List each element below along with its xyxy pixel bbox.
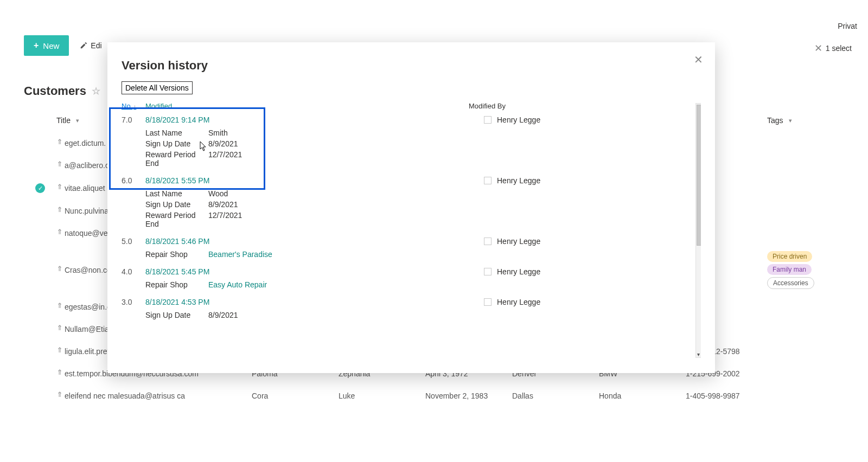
version-number: 6.0 <box>122 176 145 185</box>
version-field: Sign Up Date8/9/2021 <box>145 310 701 320</box>
version-field-value: 8/9/2021 <box>208 311 238 319</box>
version-entry: 3.08/18/2021 4:53 PMHenry LeggeSign Up D… <box>122 296 701 326</box>
delete-all-versions-button[interactable]: Delete All Versions <box>122 81 193 94</box>
row-number: 1-405-998-9987 <box>686 392 767 400</box>
link-icon: ⇗ <box>54 181 64 191</box>
new-button[interactable]: + New <box>24 35 69 56</box>
sort-desc-icon: ↓ <box>133 104 136 110</box>
favorite-star-icon[interactable]: ☆ <box>92 85 100 97</box>
plus-icon: + <box>34 41 39 50</box>
version-entry: 5.08/18/2021 5:46 PMHenry LeggeRepair Sh… <box>122 235 701 265</box>
version-field-value: Wood <box>208 189 228 198</box>
list-title: Customers ☆ <box>24 84 100 98</box>
version-date-link[interactable]: 8/18/2021 5:55 PM <box>145 176 209 185</box>
version-field-value[interactable]: Beamer's Paradise <box>208 250 272 259</box>
user-presence-icon <box>484 268 492 275</box>
user-presence-icon <box>484 238 492 245</box>
chevron-down-icon: ▾ <box>76 117 79 124</box>
link-icon: ⇗ <box>54 322 64 332</box>
version-history-dialog: Version history ✕ Delete All Versions No… <box>107 42 715 373</box>
col-header-modified-by[interactable]: Modified By <box>469 102 701 110</box>
scrollbar[interactable]: ▴ ▾ <box>695 103 701 358</box>
version-modified-by: Henry Legge <box>484 267 701 276</box>
user-presence-icon <box>484 298 492 306</box>
version-field: Repair ShopEasy Auto Repair <box>145 279 701 290</box>
selection-count: 1 select <box>826 44 852 53</box>
link-icon: ⇗ <box>54 226 64 236</box>
dialog-title: Version history <box>107 42 715 81</box>
row-title[interactable]: ⇗eleifend nec malesuada@atrisus ca <box>56 392 252 400</box>
version-date-link[interactable]: 8/18/2021 5:45 PM <box>145 267 209 276</box>
version-modified-by: Henry Legge <box>484 116 701 124</box>
chevron-down-icon: ▾ <box>789 117 792 124</box>
version-number: 3.0 <box>122 298 145 306</box>
version-modified-by: Henry Legge <box>484 176 701 185</box>
version-field-value: 8/9/2021 <box>208 139 238 148</box>
version-number: 4.0 <box>122 267 145 276</box>
version-field: Reward Period End12/7/2021 <box>145 210 701 229</box>
version-field: Sign Up Date8/9/2021 <box>145 138 701 149</box>
version-field-value[interactable]: Easy Auto Repair <box>208 280 267 289</box>
version-field: Last NameWood <box>145 188 701 199</box>
col-header-tags[interactable]: Tags▾ <box>767 116 843 125</box>
table-row[interactable]: ⇗eleifend nec malesuada@atrisus caCoraLu… <box>24 385 857 407</box>
version-field: Repair ShopBeamer's Paradise <box>145 249 701 260</box>
edit-button-label: Edi <box>91 41 101 50</box>
edit-button[interactable]: Edi <box>80 41 101 50</box>
version-field-value: Smith <box>208 129 228 137</box>
link-icon: ⇗ <box>54 204 64 214</box>
user-presence-icon <box>484 177 492 184</box>
new-button-label: New <box>43 41 59 50</box>
list-title-text: Customers <box>24 84 86 98</box>
version-date-link[interactable]: 8/18/2021 4:53 PM <box>145 298 209 306</box>
version-field: Last NameSmith <box>145 127 701 138</box>
col-header-modified[interactable]: Modified <box>145 102 469 110</box>
row-tags: Price drivenFamily manAccessories <box>767 251 843 289</box>
selection-banner: ✕ 1 select <box>814 43 852 53</box>
link-icon: ⇗ <box>54 389 64 399</box>
version-date-link[interactable]: 8/18/2021 9:14 PM <box>145 116 209 124</box>
version-field: Reward Period End12/7/2021 <box>145 149 701 169</box>
version-field-value: 12/7/2021 <box>208 150 242 168</box>
scroll-down-icon[interactable]: ▾ <box>697 351 700 357</box>
clear-selection-icon[interactable]: ✕ <box>814 43 822 53</box>
tag-pill[interactable]: Price driven <box>767 251 812 262</box>
link-icon: ⇗ <box>54 344 64 354</box>
version-modified-by: Henry Legge <box>484 237 701 246</box>
tag-pill[interactable]: Family man <box>767 264 812 275</box>
scrollbar-thumb[interactable] <box>697 105 701 246</box>
checkmark-icon[interactable]: ✓ <box>35 183 45 193</box>
col-header-no[interactable]: No.↓ <box>122 102 145 110</box>
version-number: 5.0 <box>122 237 145 246</box>
version-field: Sign Up Date8/9/2021 <box>145 199 701 210</box>
version-date-link[interactable]: 8/18/2021 5:46 PM <box>145 237 209 246</box>
version-field-value: 12/7/2021 <box>208 211 242 228</box>
private-label: Privat <box>838 22 857 30</box>
link-icon: ⇗ <box>54 158 64 168</box>
version-history-body: No.↓ Modified Modified By 7.08/18/2021 9… <box>122 102 701 362</box>
pencil-icon <box>80 42 87 49</box>
link-icon: ⇗ <box>54 136 64 146</box>
link-icon: ⇗ <box>54 367 64 376</box>
tag-pill[interactable]: Accessories <box>767 277 814 289</box>
link-icon: ⇗ <box>54 263 64 273</box>
link-icon: ⇗ <box>54 300 64 310</box>
version-entry: 4.08/18/2021 5:45 PMHenry LeggeRepair Sh… <box>122 265 701 296</box>
version-entry: 6.08/18/2021 5:55 PMHenry LeggeLast Name… <box>122 174 701 235</box>
close-button[interactable]: ✕ <box>694 53 703 66</box>
version-modified-by: Henry Legge <box>484 298 701 306</box>
version-table-header: No.↓ Modified Modified By <box>122 102 701 113</box>
version-number: 7.0 <box>122 116 145 124</box>
version-entry: 7.08/18/2021 9:14 PMHenry LeggeLast Name… <box>122 113 701 174</box>
toolbar: + New Edi <box>24 35 102 56</box>
version-field-value: 8/9/2021 <box>208 200 238 209</box>
user-presence-icon <box>484 116 492 124</box>
